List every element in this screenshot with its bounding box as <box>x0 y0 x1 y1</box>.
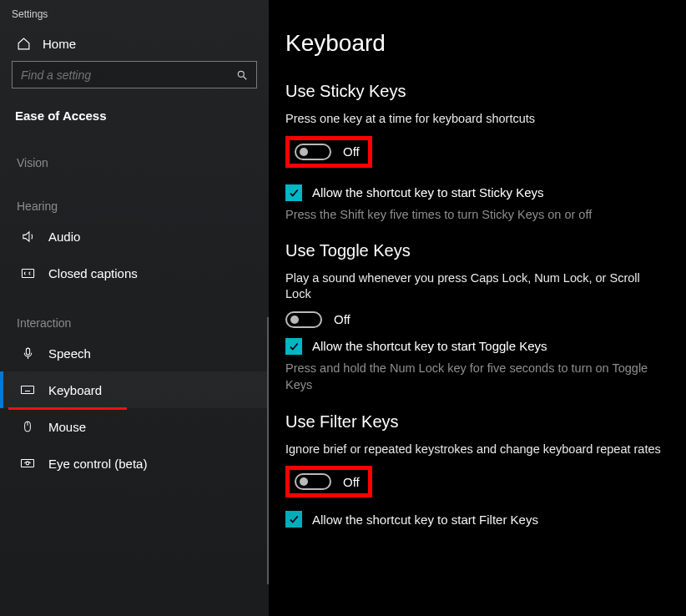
nav-keyboard[interactable]: Keyboard <box>0 371 269 408</box>
svg-rect-4 <box>22 386 34 394</box>
svg-rect-12 <box>22 460 34 467</box>
keyboard-icon <box>20 382 35 397</box>
section-toggle-keys-title: Use Toggle Keys <box>285 241 664 260</box>
section-sticky-keys-title: Use Sticky Keys <box>285 82 664 101</box>
toggle-keys-toggle[interactable] <box>285 311 322 328</box>
section-filter-keys-title: Use Filter Keys <box>285 412 664 432</box>
toggle-keys-shortcut-label: Allow the shortcut key to start Toggle K… <box>312 339 547 353</box>
svg-point-0 <box>238 71 244 77</box>
titlebar: Settings <box>0 0 269 25</box>
nav-audio-label: Audio <box>48 230 80 244</box>
group-vision: Vision <box>0 131 269 174</box>
nav-eye-control-label: Eye control (beta) <box>48 457 147 471</box>
home-label: Home <box>43 37 76 51</box>
sticky-keys-hint: Press the Shift key five times to turn S… <box>285 206 664 223</box>
nav-closed-captions-label: Closed captions <box>48 266 138 280</box>
filter-keys-shortcut-checkbox[interactable] <box>285 511 302 528</box>
search-icon <box>236 69 248 81</box>
toggle-keys-desc: Play a sound whenever you press Caps Loc… <box>285 270 664 303</box>
toggle-keys-hint: Press and hold the Num Lock key for five… <box>285 360 664 394</box>
nav-speech[interactable]: Speech <box>0 335 269 371</box>
content-pane: Keyboard Use Sticky Keys Press one key a… <box>270 0 686 616</box>
sidebar: Settings Home Ease of Access Vision Hear… <box>0 0 270 616</box>
sticky-keys-desc: Press one key at a time for keyboard sho… <box>285 111 664 128</box>
group-ease-of-access: Ease of Access <box>0 97 269 131</box>
annotation-underline <box>8 407 127 410</box>
toggle-keys-shortcut-checkbox[interactable] <box>285 338 302 355</box>
mouse-icon <box>20 419 35 434</box>
svg-rect-2 <box>22 269 33 277</box>
sticky-keys-toggle-label: Off <box>343 144 360 159</box>
nav-closed-captions[interactable]: Closed captions <box>0 255 269 291</box>
closed-captions-icon <box>20 265 35 280</box>
nav-keyboard-label: Keyboard <box>48 383 102 397</box>
filter-keys-shortcut-label: Allow the shortcut key to start Filter K… <box>312 512 538 527</box>
svg-rect-3 <box>26 348 29 355</box>
annotation-highlight-filter: Off <box>285 466 372 497</box>
svg-line-1 <box>244 76 247 79</box>
audio-icon <box>20 229 35 244</box>
search-field[interactable] <box>21 68 221 82</box>
page-title: Keyboard <box>285 30 664 57</box>
group-interaction: Interaction <box>0 291 269 335</box>
speech-icon <box>20 346 35 361</box>
nav-eye-control[interactable]: Eye control (beta) <box>0 445 269 482</box>
annotation-highlight-sticky: Off <box>285 136 372 168</box>
nav-home[interactable]: Home <box>0 25 269 61</box>
nav-audio[interactable]: Audio <box>0 218 269 255</box>
nav-mouse-label: Mouse <box>48 420 86 434</box>
home-icon <box>17 37 31 51</box>
sticky-keys-toggle[interactable] <box>295 144 331 160</box>
search-input[interactable] <box>12 61 257 88</box>
sticky-keys-shortcut-label: Allow the shortcut key to start Sticky K… <box>312 185 544 199</box>
filter-keys-desc: Ignore brief or repeated keystrokes and … <box>285 442 664 458</box>
toggle-keys-toggle-label: Off <box>334 312 351 326</box>
filter-keys-toggle-label: Off <box>343 475 360 489</box>
eye-control-icon <box>20 456 35 471</box>
filter-keys-toggle[interactable] <box>295 473 331 490</box>
nav-mouse[interactable]: Mouse <box>0 408 269 445</box>
sticky-keys-shortcut-checkbox[interactable] <box>285 184 302 201</box>
group-hearing: Hearing <box>0 174 269 218</box>
nav-speech-label: Speech <box>48 346 91 361</box>
